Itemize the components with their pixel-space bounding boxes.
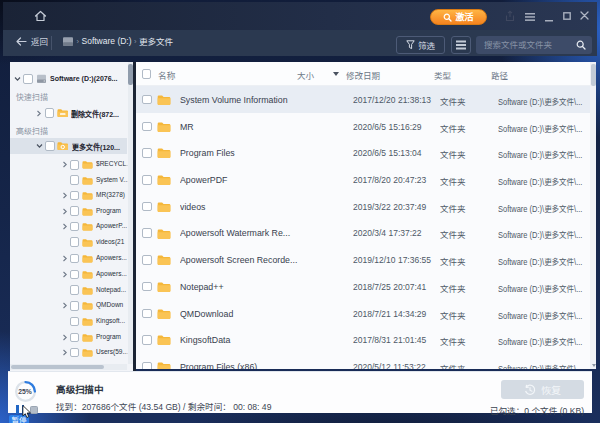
breadcrumb-drive[interactable]: Software (D:)	[82, 36, 132, 46]
table-row[interactable]: Notepad++ 2018/7/25 20:07:41 文件夹 Softwar…	[136, 273, 596, 300]
row-checkbox[interactable]	[142, 95, 152, 105]
checkbox[interactable]	[70, 285, 80, 295]
sidebar-item-label[interactable]: Users(59...	[96, 347, 127, 356]
select-all-checkbox[interactable]	[142, 69, 152, 79]
cell-date: 2018/7/21 14:34:29	[353, 309, 439, 319]
table-row[interactable]: Apowersoft Watermark Re... 2020/3/4 17:3…	[136, 220, 596, 247]
row-checkbox[interactable]	[142, 148, 152, 158]
scroll-down-arrow-icon[interactable]	[592, 364, 596, 367]
table-row[interactable]: MR 2020/6/5 15:16:29 文件夹 Software (D:)\更…	[136, 113, 596, 140]
table-row[interactable]: Program Files (x86) 2020/5/12 11:53:22 文…	[136, 354, 596, 370]
back-button[interactable]: 返回	[16, 35, 48, 47]
chevron-right-icon[interactable]	[62, 255, 68, 262]
checkbox[interactable]	[70, 317, 80, 327]
sidebar-item-label[interactable]: 删除文件(872...	[71, 108, 127, 119]
sidebar-item-label[interactable]: Software (D:)(2076...	[50, 74, 127, 83]
column-header-name[interactable]: 名称	[158, 69, 175, 81]
scrollbar-thumb[interactable]	[11, 365, 104, 370]
sidebar-item-label[interactable]: Kingsoft...	[96, 316, 127, 325]
table-vertical-scrollbar[interactable]	[590, 62, 596, 369]
table-row[interactable]: KingsoftData 2017/8/31 21:01:45 文件夹 Soft…	[136, 327, 596, 354]
column-header-type[interactable]: 类型	[434, 69, 451, 81]
sidebar-item-label[interactable]: Apowers...	[96, 269, 127, 278]
sidebar-horizontal-scrollbar[interactable]	[10, 364, 127, 370]
checkbox[interactable]	[70, 301, 80, 311]
sidebar-vertical-scrollbar[interactable]	[128, 62, 134, 364]
scrollbar-thumb[interactable]	[591, 64, 596, 86]
chevron-right-icon[interactable]	[62, 302, 68, 309]
checkbox[interactable]	[45, 108, 55, 118]
checkbox[interactable]	[70, 206, 80, 216]
close-icon[interactable]	[580, 11, 589, 20]
row-checkbox[interactable]	[142, 309, 152, 319]
table-row[interactable]: System Volume Information 2017/12/20 21:…	[136, 86, 596, 113]
search-input[interactable]	[484, 36, 576, 54]
checkbox[interactable]	[70, 348, 80, 358]
chevron-right-icon[interactable]	[62, 271, 68, 278]
row-checkbox[interactable]	[142, 362, 152, 369]
recover-button[interactable]: 恢复	[501, 380, 584, 399]
checkbox[interactable]	[70, 270, 80, 280]
table-row[interactable]: Program Files 2020/6/5 15:13:04 文件夹 Soft…	[136, 140, 596, 167]
sidebar-item-label[interactable]: videos(21	[96, 237, 127, 246]
checkbox[interactable]	[23, 74, 33, 84]
hamburger-menu-icon[interactable]	[525, 13, 535, 21]
column-header-size[interactable]: 大小	[297, 69, 314, 81]
table-row[interactable]: Apowersoft Screen Recorde... 2019/12/10 …	[136, 247, 596, 274]
row-checkbox[interactable]	[142, 335, 152, 345]
sidebar-item-label[interactable]: QMDown	[96, 300, 127, 309]
home-icon[interactable]	[33, 9, 48, 23]
share-icon[interactable]	[504, 10, 516, 23]
maximize-icon[interactable]	[563, 12, 571, 20]
chevron-right-icon[interactable]	[62, 223, 68, 230]
sidebar-item-label[interactable]: ApowerP...	[96, 221, 127, 230]
search-icon[interactable]	[576, 40, 586, 50]
chevron-right-icon[interactable]	[62, 192, 68, 199]
sidebar-item-label[interactable]: 更多文件(120...	[72, 141, 127, 152]
sort-arrow-icon[interactable]	[333, 72, 339, 76]
chevron-down-icon[interactable]	[14, 76, 21, 82]
checkbox[interactable]	[70, 222, 80, 232]
chevron-right-icon[interactable]	[62, 349, 68, 356]
checkbox[interactable]	[70, 160, 80, 170]
folder-icon	[82, 176, 93, 185]
row-checkbox[interactable]	[142, 122, 152, 132]
checkbox[interactable]	[70, 333, 80, 343]
scrollbar-thumb[interactable]	[128, 64, 133, 85]
chevron-right-icon[interactable]	[62, 208, 68, 215]
row-checkbox[interactable]	[142, 255, 152, 265]
breadcrumb-folder[interactable]: 更多文件	[139, 35, 173, 47]
chevron-right-icon[interactable]	[62, 334, 68, 341]
table-row[interactable]: ApowerPDF 2017/8/20 20:47:23 文件夹 Softwar…	[136, 167, 596, 194]
chevron-right-icon[interactable]	[62, 161, 68, 168]
activate-button[interactable]: 激活	[430, 9, 487, 25]
checkbox[interactable]	[70, 175, 80, 185]
row-checkbox[interactable]	[142, 228, 152, 238]
table-row[interactable]: QMDownload 2018/7/21 14:34:29 文件夹 Softwa…	[136, 300, 596, 327]
view-mode-button[interactable]	[451, 36, 471, 54]
checkbox[interactable]	[70, 191, 80, 201]
checkbox[interactable]	[45, 141, 55, 151]
sidebar-item-label[interactable]: MR(3278)	[96, 190, 127, 199]
sidebar-item-label[interactable]: $RECYCL...	[96, 159, 127, 168]
chevron-down-icon[interactable]	[36, 143, 43, 149]
column-header-date[interactable]: 修改日期	[346, 69, 380, 81]
table-row[interactable]: videos 2019/3/22 20:37:49 文件夹 Software (…	[136, 193, 596, 220]
sidebar-item-label[interactable]: System V...	[96, 175, 127, 184]
divider	[51, 36, 52, 50]
filter-button[interactable]: 筛选	[396, 36, 445, 54]
sidebar-item-label[interactable]: Notepad...	[96, 285, 127, 294]
minimize-icon[interactable]	[545, 20, 553, 22]
folder-icon	[82, 222, 93, 231]
checkbox[interactable]	[70, 237, 80, 247]
cell-type: 文件夹	[440, 175, 485, 187]
row-checkbox[interactable]	[142, 282, 152, 292]
chevron-right-icon[interactable]	[36, 110, 42, 117]
sidebar-item-label[interactable]: Program	[96, 332, 127, 341]
column-header-path[interactable]: 路径	[491, 69, 508, 81]
sidebar-item-label[interactable]: Apowers...	[96, 253, 127, 262]
checkbox[interactable]	[70, 254, 80, 264]
row-checkbox[interactable]	[142, 202, 152, 212]
sidebar-item-label[interactable]: Program	[96, 206, 127, 215]
row-checkbox[interactable]	[142, 175, 152, 185]
